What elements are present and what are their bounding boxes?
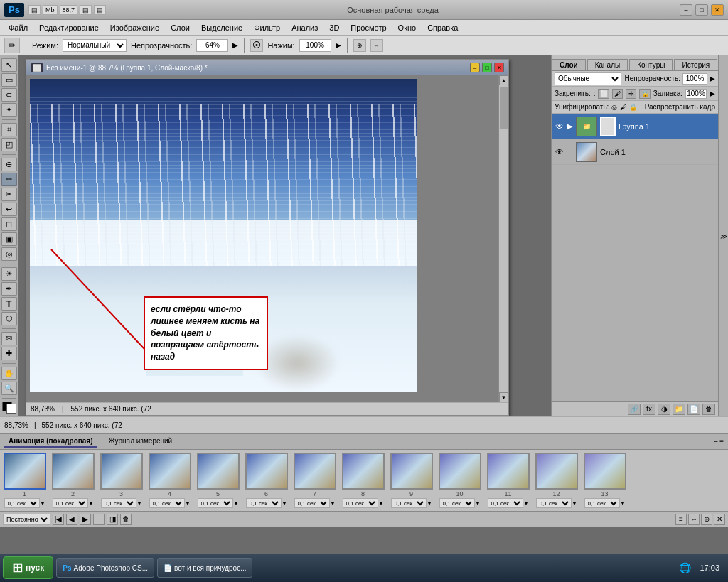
link-icon-group[interactable]: ▶	[567, 122, 573, 130]
doc-minimize[interactable]: –	[470, 63, 480, 72]
anim-frame-12[interactable]: 120,1 сек.▼	[533, 453, 579, 508]
copy-frame-button[interactable]: ◨	[107, 514, 118, 525]
play-button[interactable]: ▶	[80, 514, 91, 525]
right-panel-expand[interactable]: ≫	[718, 55, 728, 416]
tab-animation[interactable]: Анимация (покадровая)	[4, 436, 97, 448]
maximize-button[interactable]: □	[695, 4, 708, 16]
taskbar-photoshop[interactable]: Ps Adobe Photoshop CS...	[56, 558, 154, 578]
tab-channels[interactable]: Каналы	[587, 59, 628, 70]
tab-history[interactable]: История	[674, 59, 717, 70]
pressure-input[interactable]	[299, 39, 331, 52]
layer-item-group[interactable]: 👁 ▶ 📁 Группа 1	[552, 114, 718, 139]
anim-frame-2[interactable]: 20,1 сек.▼	[50, 453, 96, 508]
scroll-down-button[interactable]: ▼	[499, 392, 508, 402]
slice-tool[interactable]: ◰	[1, 138, 17, 151]
add-mask-btn[interactable]: ◑	[658, 404, 670, 415]
top-icon-5[interactable]: ▤	[94, 5, 106, 15]
frame-time-select-4[interactable]: 0,1 сек.	[149, 498, 185, 508]
delete-layer-btn[interactable]: 🗑	[702, 404, 715, 415]
menu-item-файл[interactable]: Файл	[3, 22, 33, 33]
anim-frame-6[interactable]: 60,1 сек.▼	[243, 453, 289, 508]
anim-extra-btn-3[interactable]: ⊕	[701, 514, 712, 525]
doc-close[interactable]: ✕	[494, 63, 504, 72]
history-brush-tool[interactable]: ↩	[1, 203, 17, 216]
frame-time-select-12[interactable]: 0,1 сек.	[536, 498, 572, 508]
top-icon-3[interactable]: 88,7	[60, 5, 78, 15]
anim-frame-13[interactable]: 130,1 сек.▼	[582, 453, 628, 508]
menu-item-просмотр[interactable]: Просмотр	[345, 22, 392, 33]
lasso-tool[interactable]: ⊂	[1, 88, 17, 102]
menu-item-окно[interactable]: Окно	[392, 22, 422, 33]
brush-tool active[interactable]: ✏	[1, 173, 17, 186]
scroll-thumb[interactable]	[500, 87, 508, 129]
color-picker[interactable]	[2, 402, 16, 414]
frame-time-select-13[interactable]: 0,1 сек.	[584, 498, 620, 508]
magic-wand-tool[interactable]: ✦	[1, 103, 17, 117]
tool-icon[interactable]: ✏	[4, 38, 20, 53]
pen-tool[interactable]: ✒	[1, 282, 17, 296]
menu-item-фильтр[interactable]: Фильтр	[248, 22, 286, 33]
lock-transparent-btn[interactable]: ⬜	[598, 89, 609, 99]
new-group-btn[interactable]: 📁	[673, 404, 685, 415]
unify-icon-3[interactable]: 🔒	[629, 104, 637, 111]
unify-icon-1[interactable]: ◎	[611, 104, 617, 111]
frame-time-select-5[interactable]: 0,1 сек.	[198, 498, 233, 508]
anim-frame-11[interactable]: 110,1 сек.▼	[485, 453, 531, 508]
zoom-tool[interactable]: 🔍	[1, 382, 17, 395]
eye-icon-group[interactable]: 👁	[555, 122, 564, 131]
frame-time-select-6[interactable]: 0,1 сек.	[246, 498, 282, 508]
anim-frame-5[interactable]: 50,1 сек.▼	[195, 453, 241, 508]
layer-item-1[interactable]: 👁 Слой 1	[552, 139, 718, 165]
blur-tool[interactable]: ◎	[1, 247, 17, 261]
frame-time-select-8[interactable]: 0,1 сек.	[343, 498, 378, 508]
menu-item-выделение[interactable]: Выделение	[196, 22, 248, 33]
prev-frame-button[interactable]: ◀	[66, 514, 77, 525]
link-layers-btn[interactable]: 🔗	[628, 404, 641, 415]
anim-frame-3[interactable]: 30,1 сек.▼	[98, 453, 144, 508]
rewind-button[interactable]: |◀	[53, 514, 64, 525]
start-button[interactable]: ⊞ пуск	[3, 556, 53, 579]
top-icon-1[interactable]: ▤	[28, 5, 41, 15]
anim-frame-1[interactable]: 10,1 сек.▼	[1, 453, 48, 508]
anim-extra-btn-2[interactable]: ↔	[688, 514, 700, 525]
clone-tool[interactable]: ✂	[1, 188, 17, 201]
anim-minimize-icon[interactable]: −	[714, 438, 718, 446]
anim-extra-btn-1[interactable]: ≡	[675, 514, 687, 525]
dodge-tool[interactable]: ☀	[1, 267, 17, 281]
background-color[interactable]	[6, 404, 16, 414]
tab-layers[interactable]: Слои	[552, 59, 586, 70]
doc-vscrollbar[interactable]: ▲ ▼	[498, 75, 508, 402]
frame-time-select-1[interactable]: 0,1 сек.	[4, 498, 40, 508]
anim-frame-9[interactable]: 90,1 сек.▼	[388, 453, 434, 508]
doc-maximize[interactable]: □	[482, 63, 492, 72]
frame-time-select-10[interactable]: 0,1 сек.	[439, 498, 475, 508]
lock-move-btn[interactable]: ✛	[626, 89, 636, 99]
close-button[interactable]: ✕	[711, 4, 724, 16]
eyedropper-tool[interactable]: ✚	[1, 347, 17, 360]
anim-frame-10[interactable]: 100,1 сек.▼	[437, 453, 483, 508]
delete-frame-button[interactable]: 🗑	[120, 514, 132, 525]
eraser-tool[interactable]: ◻	[1, 217, 17, 231]
airbrush-icon[interactable]: ⦿	[250, 39, 263, 52]
frame-time-select-3[interactable]: 0,1 сек.	[101, 498, 136, 508]
note-tool[interactable]: ✉	[1, 332, 17, 345]
anim-expand-icon[interactable]: ≡	[719, 438, 724, 446]
tab-paths[interactable]: Контуры	[629, 59, 673, 70]
lock-all-btn[interactable]: 🔒	[639, 89, 650, 99]
top-icon-2[interactable]: Mb	[43, 5, 58, 15]
hand-tool[interactable]: ✋	[1, 367, 17, 380]
frame-time-select-11[interactable]: 0,1 сек.	[488, 498, 523, 508]
menu-item-анализ[interactable]: Анализ	[286, 22, 323, 33]
loop-select[interactable]: Постоянно Один раз 3 раза	[3, 514, 50, 525]
move-tool[interactable]: ↖	[1, 58, 17, 72]
menu-item-справка[interactable]: Справка	[422, 22, 464, 33]
menu-item-редактирование[interactable]: Редактирование	[33, 22, 105, 33]
scroll-up-button[interactable]: ▲	[499, 75, 508, 85]
fill-value[interactable]	[685, 89, 707, 99]
add-style-btn[interactable]: fx	[643, 404, 655, 415]
tablet-icon[interactable]: ⊕	[353, 39, 366, 52]
path-tool[interactable]: ⬡	[1, 312, 17, 325]
gradient-tool[interactable]: ▣	[1, 232, 17, 246]
taskbar-document[interactable]: 📄 вот и вся причудрос...	[157, 558, 252, 578]
anim-frame-8[interactable]: 80,1 сек.▼	[340, 453, 386, 508]
